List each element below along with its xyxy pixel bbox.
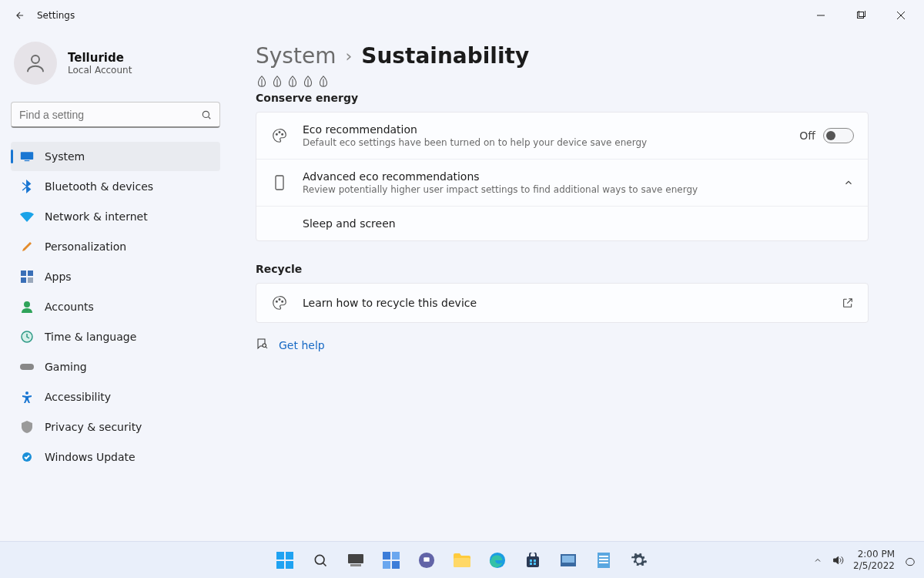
maximize-button[interactable] bbox=[844, 3, 878, 28]
clock-time: 2:00 PM bbox=[853, 549, 895, 560]
close-button[interactable] bbox=[884, 3, 918, 28]
sleep-title: Sleep and screen bbox=[303, 217, 854, 230]
nav-item-gaming[interactable]: Gaming bbox=[11, 352, 220, 381]
clock-globe-icon bbox=[20, 330, 34, 344]
advanced-desc: Review potentially higher user impact se… bbox=[303, 184, 765, 195]
svg-rect-44 bbox=[527, 556, 539, 567]
svg-rect-38 bbox=[383, 561, 390, 569]
clock[interactable]: 2:00 PM 2/5/2022 bbox=[853, 549, 895, 571]
system-tray[interactable]: 2:00 PM 2/5/2022 bbox=[813, 549, 916, 571]
titlebar: Settings bbox=[0, 0, 924, 31]
breadcrumb-root[interactable]: System bbox=[256, 43, 336, 69]
nav-label: Gaming bbox=[45, 361, 87, 373]
arrow-left-icon bbox=[15, 10, 25, 21]
nav-item-accessibility[interactable]: Accessibility bbox=[11, 382, 220, 412]
nav-label: Network & internet bbox=[45, 210, 148, 223]
svg-point-21 bbox=[282, 133, 283, 135]
svg-point-14 bbox=[24, 301, 30, 307]
maximize-icon bbox=[856, 11, 865, 20]
advanced-title: Advanced eco recommendations bbox=[303, 170, 829, 183]
nav-item-update[interactable]: Windows Update bbox=[11, 442, 220, 472]
row-recycle-learn[interactable]: Learn how to recycle this device bbox=[256, 284, 868, 322]
help-row[interactable]: Get help bbox=[256, 337, 869, 353]
settings-button[interactable] bbox=[624, 545, 654, 576]
accessibility-icon bbox=[20, 390, 34, 404]
svg-rect-54 bbox=[599, 562, 608, 563]
svg-rect-52 bbox=[599, 556, 608, 557]
nav-item-network[interactable]: Network & internet bbox=[11, 202, 220, 231]
volume-icon[interactable] bbox=[832, 554, 844, 566]
back-button[interactable] bbox=[6, 2, 34, 29]
minimize-button[interactable] bbox=[804, 3, 838, 28]
svg-rect-53 bbox=[599, 559, 608, 560]
svg-rect-28 bbox=[276, 552, 284, 560]
svg-rect-46 bbox=[534, 560, 536, 562]
profile-block[interactable]: Telluride Local Account bbox=[14, 42, 220, 85]
nav-item-personalization[interactable]: Personalization bbox=[11, 232, 220, 261]
task-view-button[interactable] bbox=[340, 545, 371, 576]
row-advanced-eco[interactable]: Advanced eco recommendations Review pote… bbox=[256, 160, 868, 207]
nav-item-privacy[interactable]: Privacy & security bbox=[11, 412, 220, 442]
svg-point-6 bbox=[203, 111, 209, 117]
breadcrumb: System › Sustainability bbox=[256, 43, 869, 69]
row-sleep-screen[interactable]: Sleep and screen bbox=[256, 207, 868, 240]
svg-line-27 bbox=[266, 347, 267, 348]
svg-point-23 bbox=[276, 301, 277, 302]
svg-rect-16 bbox=[20, 364, 34, 370]
chat-button[interactable] bbox=[411, 545, 442, 576]
store-icon bbox=[525, 553, 541, 568]
section-conserve-title: Conserve energy bbox=[256, 92, 869, 104]
leaf-icon bbox=[256, 75, 268, 89]
widgets-button[interactable] bbox=[376, 545, 407, 576]
svg-rect-34 bbox=[348, 554, 363, 563]
edge-button[interactable] bbox=[482, 545, 513, 576]
svg-rect-10 bbox=[21, 271, 26, 276]
eco-toggle[interactable] bbox=[823, 128, 854, 143]
gamepad-icon bbox=[20, 360, 34, 374]
nav-item-time[interactable]: Time & language bbox=[11, 322, 220, 351]
widgets-icon bbox=[383, 552, 400, 569]
taskbar-app-1[interactable] bbox=[553, 545, 584, 576]
svg-point-5 bbox=[32, 55, 39, 63]
nav-label: Apps bbox=[45, 271, 72, 283]
nav-label: Personalization bbox=[45, 240, 126, 253]
recycle-learn-title: Learn how to recycle this device bbox=[303, 297, 828, 309]
start-button[interactable] bbox=[270, 545, 300, 576]
svg-point-19 bbox=[276, 133, 277, 135]
search-icon bbox=[201, 109, 212, 120]
section-recycle-title: Recycle bbox=[256, 263, 869, 275]
nav-item-accounts[interactable]: Accounts bbox=[11, 292, 220, 321]
search-input[interactable] bbox=[19, 109, 201, 121]
svg-line-33 bbox=[323, 563, 326, 566]
tray-chevron-up-icon[interactable] bbox=[813, 556, 822, 565]
nav-item-apps[interactable]: Apps bbox=[11, 262, 220, 291]
taskbar-app-2[interactable] bbox=[588, 545, 619, 576]
eco-toggle-label: Off bbox=[799, 129, 815, 142]
svg-rect-42 bbox=[454, 558, 470, 567]
svg-rect-45 bbox=[530, 560, 532, 562]
svg-point-17 bbox=[25, 391, 28, 395]
help-link[interactable]: Get help bbox=[279, 339, 325, 351]
svg-rect-9 bbox=[25, 160, 30, 161]
search-box[interactable] bbox=[11, 102, 220, 128]
nav-label: Accessibility bbox=[45, 391, 111, 403]
svg-point-25 bbox=[282, 301, 283, 302]
paintbrush-icon bbox=[20, 240, 34, 254]
nav-list: System Bluetooth & devices Network & int… bbox=[11, 142, 220, 472]
store-button[interactable] bbox=[517, 545, 548, 576]
nav-item-system[interactable]: System bbox=[11, 142, 220, 171]
nav-item-bluetooth[interactable]: Bluetooth & devices bbox=[11, 172, 220, 201]
nav-label: Time & language bbox=[45, 331, 136, 343]
svg-rect-13 bbox=[28, 277, 33, 283]
palette-icon bbox=[270, 294, 289, 311]
leaf-icon bbox=[271, 75, 283, 89]
svg-rect-22 bbox=[276, 176, 283, 190]
explorer-button[interactable] bbox=[447, 545, 477, 576]
svg-rect-8 bbox=[21, 152, 33, 160]
row-eco-recommendation[interactable]: Eco recommendation Default eco settings … bbox=[256, 113, 868, 160]
nav-label: System bbox=[45, 150, 85, 163]
notifications-icon[interactable] bbox=[904, 554, 916, 566]
main-panel: System › Sustainability Conserve energy … bbox=[231, 31, 924, 541]
taskbar-search[interactable] bbox=[305, 545, 336, 576]
app-title: Settings bbox=[37, 10, 75, 21]
